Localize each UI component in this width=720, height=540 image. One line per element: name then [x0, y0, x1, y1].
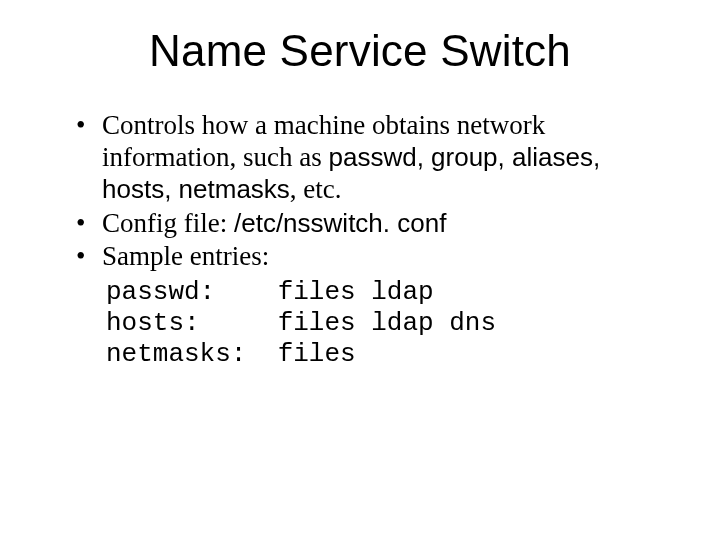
sample-entries-block: passwd: files ldap hosts: files ldap dns…: [106, 277, 664, 369]
slide-title: Name Service Switch: [56, 26, 664, 76]
bullet-2-code: /etc/nsswitch. conf: [234, 208, 446, 238]
bullet-item-3: Sample entries:: [76, 241, 664, 273]
bullet-3-text: Sample entries:: [102, 241, 269, 271]
bullet-item-2: Config file: /etc/nsswitch. conf: [76, 208, 664, 240]
bullet-item-1: Controls how a machine obtains network i…: [76, 110, 664, 206]
bullet-list: Controls how a machine obtains network i…: [56, 110, 664, 273]
bullet-2-text-a: Config file:: [102, 208, 234, 238]
bullet-1-text-b: , etc.: [290, 174, 342, 204]
